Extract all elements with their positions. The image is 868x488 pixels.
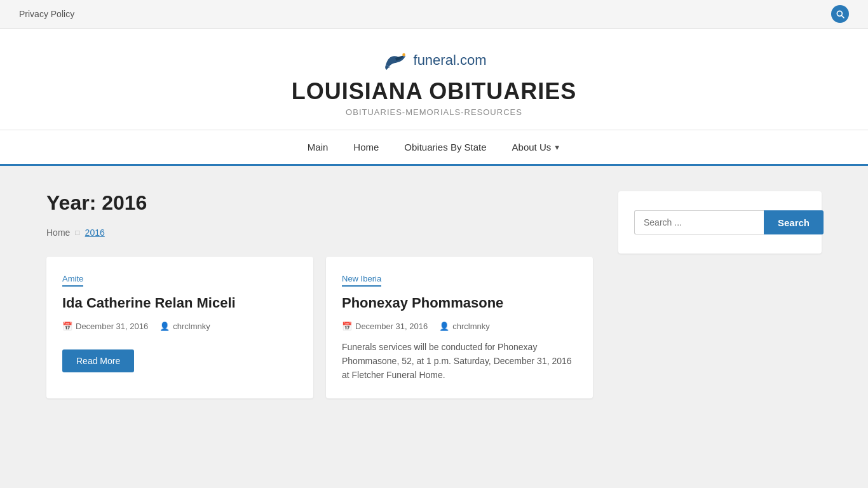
nav-item-obituaries-by-state[interactable]: Obituaries By State bbox=[404, 142, 486, 152]
svg-point-0 bbox=[402, 53, 405, 57]
main-content: Year: 2016 Home □ 2016 Amite Ida Catheri… bbox=[46, 191, 593, 398]
article-date: December 31, 2016 bbox=[355, 322, 428, 331]
article-meta: 📅 December 31, 2016 👤 chrclmnky bbox=[62, 322, 297, 331]
search-button[interactable]: Search bbox=[764, 210, 824, 234]
calendar-icon: 📅 bbox=[62, 322, 72, 331]
chevron-down-icon: ▼ bbox=[553, 144, 560, 151]
person-icon: 👤 bbox=[159, 322, 170, 331]
calendar-icon: 📅 bbox=[342, 322, 352, 331]
article-category[interactable]: Amite bbox=[62, 274, 83, 287]
site-title: LOUISIANA OBITUARIES bbox=[13, 78, 855, 105]
article-meta: 📅 December 31, 2016 👤 chrclmnky bbox=[342, 322, 577, 331]
site-header: funeral.com LOUISIANA OBITUARIES OBITUAR… bbox=[0, 29, 868, 130]
search-form: Search bbox=[634, 210, 806, 234]
year-heading: Year: 2016 bbox=[46, 191, 593, 215]
article-author-item: 👤 chrclmnky bbox=[439, 322, 490, 331]
article-card: Amite Ida Catherine Relan Miceli 📅 Decem… bbox=[46, 257, 313, 398]
read-more-button[interactable]: Read More bbox=[62, 349, 134, 372]
article-author: chrclmnky bbox=[452, 322, 490, 331]
article-title: Phonexay Phommasone bbox=[342, 294, 577, 313]
article-author: chrclmnky bbox=[173, 322, 210, 331]
top-bar: Privacy Policy bbox=[0, 0, 868, 29]
breadcrumb-separator: □ bbox=[75, 228, 79, 237]
top-search-icon[interactable] bbox=[831, 5, 849, 23]
article-date-item: 📅 December 31, 2016 bbox=[342, 322, 428, 331]
sidebar-search-box: Search bbox=[618, 191, 822, 254]
sidebar: Search bbox=[618, 191, 822, 398]
content-wrapper: Year: 2016 Home □ 2016 Amite Ida Catheri… bbox=[21, 166, 847, 424]
article-author-item: 👤 chrclmnky bbox=[159, 322, 210, 331]
person-icon: 👤 bbox=[439, 322, 449, 331]
nav-item-main[interactable]: Main bbox=[308, 142, 329, 152]
article-date-item: 📅 December 31, 2016 bbox=[62, 322, 148, 331]
breadcrumb: Home □ 2016 bbox=[46, 227, 593, 238]
nav-item-about-us[interactable]: About Us ▼ bbox=[512, 142, 561, 152]
article-card: New Iberia Phonexay Phommasone 📅 Decembe… bbox=[326, 257, 593, 398]
logo-text: funeral.com bbox=[414, 52, 487, 69]
privacy-policy-link[interactable]: Privacy Policy bbox=[19, 9, 74, 19]
articles-grid: Amite Ida Catherine Relan Miceli 📅 Decem… bbox=[46, 257, 593, 398]
article-date: December 31, 2016 bbox=[76, 322, 148, 331]
nav-item-home[interactable]: Home bbox=[353, 142, 379, 152]
search-input[interactable] bbox=[634, 210, 764, 234]
breadcrumb-current: 2016 bbox=[85, 227, 105, 238]
main-nav: Main Home Obituaries By State About Us ▼ bbox=[0, 130, 868, 166]
site-tagline: OBITUARIES-MEMORIALS-RESOURCES bbox=[13, 107, 855, 117]
breadcrumb-home[interactable]: Home bbox=[46, 227, 70, 238]
article-title: Ida Catherine Relan Miceli bbox=[62, 294, 297, 313]
logo-bird-icon bbox=[382, 48, 410, 73]
logo-area: funeral.com bbox=[13, 48, 855, 73]
article-category[interactable]: New Iberia bbox=[342, 274, 381, 287]
article-excerpt: Funerals services will be conducted for … bbox=[342, 340, 577, 383]
